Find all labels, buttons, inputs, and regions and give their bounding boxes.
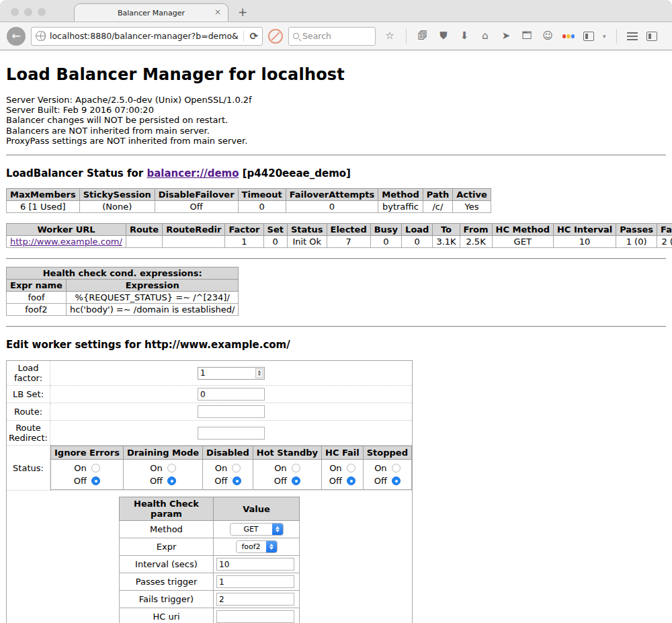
content-blocked-icon[interactable] [268,29,283,44]
hc-uri-label: HC uri [120,608,214,623]
col-from: From [460,224,492,236]
close-window-button[interactable] [11,8,19,16]
zoom-window-button[interactable] [38,8,46,16]
col-disabled: Disabled [203,446,253,460]
radio-hc-fail-off[interactable] [347,476,355,485]
radio-hot-standby-off[interactable] [292,476,300,485]
col-elected: Elected [327,224,370,236]
table-row: foof2 hc('body') =~ /domain is establish… [7,304,239,316]
cell-set: 0 [263,236,287,248]
addon-palette-icon[interactable] [562,34,575,38]
cell-to: 3.1K [433,236,460,248]
route-redirect-field[interactable] [198,427,264,439]
interval-field[interactable] [217,558,294,570]
server-built: Server Built: Feb 9 2016 07:00:20 [6,105,666,115]
col-busy: Busy [370,224,401,236]
downloads-icon[interactable]: ⬇ [458,31,470,41]
reading-list-icon[interactable]: 🗐 [417,31,429,41]
send-tab-icon[interactable]: ➤ [500,31,512,41]
radio-stopped-on[interactable] [392,464,401,472]
interval-label: Interval (secs) [120,556,214,573]
cell-elected: 7 [327,236,370,248]
overflow-caret-icon[interactable]: ▾ [603,33,606,40]
col-stickysession: StickySession [79,189,155,201]
route-field[interactable] [198,406,264,417]
load-factor-field[interactable] [198,368,255,379]
balancer-demo-link[interactable]: balancer://demo [146,167,239,179]
pocket-icon[interactable]: ⛊ [437,31,450,41]
col-factor: Factor [225,224,263,236]
radio-disabled-off[interactable] [233,476,241,485]
minimize-window-button[interactable] [24,8,32,16]
status-label: Status: [7,446,50,491]
toolbar-icons: ☆ 🗐 ⛊ ⬇ ⌂ ➤ 🗔 ☺ ▾ [384,29,657,44]
url-text[interactable]: localhost:8880/balancer-manager?b=demo&w… [50,31,238,41]
cell-busy: 0 [370,236,401,248]
radio-hc-fail-on[interactable] [347,464,355,472]
radio-draining-mode-on[interactable] [167,464,176,472]
cell-stickysession: (None) [79,201,155,213]
cell-fails: 2 (0) [657,236,672,248]
persist-note: Balancer changes will NOT be persisted o… [6,115,666,125]
ignore-errors-on-label: On [74,462,86,474]
method-select-value: GET [230,525,272,534]
radio-ignore-errors-on[interactable] [91,464,100,472]
cell-factor: 1 [225,236,263,248]
feedback-smiley-icon[interactable]: ☺ [542,31,554,41]
divider [6,326,666,327]
col-routeredir: RouteRedir [163,224,225,236]
search-placeholder[interactable]: Search [302,31,331,41]
fails-field[interactable] [217,593,294,605]
home-icon[interactable]: ⌂ [479,31,491,41]
radio-draining-mode-off[interactable] [167,476,176,485]
new-tab-button[interactable]: + [238,5,247,19]
worker-table: Worker URL Route RouteRedir Factor Set S… [6,223,672,248]
col-hc-fail: HC Fail [322,446,364,460]
load-factor-input[interactable]: ▲▼ [198,367,265,380]
search-bar[interactable]: Search [288,27,376,46]
url-bar[interactable]: localhost:8880/balancer-manager?b=demo&w… [31,27,263,46]
worker-url-link[interactable]: http://www.example.com/ [10,237,122,247]
col-expression: Expression [66,280,239,292]
route-redirect-label: Route Redirect: [7,421,50,446]
col-fails: Fails [657,224,672,236]
radio-ignore-errors-off[interactable] [91,476,100,485]
lb-set-field[interactable] [198,388,264,400]
tab-close-icon[interactable]: × [214,7,221,17]
extension-panel-icon[interactable] [583,32,594,41]
hot-standby-on-label: On [274,462,286,474]
bookmark-star-icon[interactable]: ☆ [384,31,396,41]
back-button[interactable]: ← [7,27,26,46]
passes-field[interactable] [217,576,294,587]
menu-icon[interactable] [627,32,638,40]
radio-disabled-on[interactable] [232,464,241,472]
site-identity-globe-icon[interactable] [36,31,46,41]
server-info: Server Version: Apache/2.5.0-dev (Unix) … [6,95,666,146]
expr-select[interactable]: foof2 [236,540,278,553]
cell-expr-name: foof [7,292,67,304]
table-row: 6 [1 Used] (None) Off 0 0 bytraffic /c/ … [7,201,491,213]
reload-icon[interactable]: ⟳ [249,30,258,42]
radio-stopped-off[interactable] [392,476,401,485]
edit-worker-heading: Edit worker settings for http://www.exam… [6,339,666,351]
radio-hot-standby-on[interactable] [292,464,300,472]
hc-uri-field[interactable] [217,611,294,622]
divider [6,258,666,259]
col-timeout: Timeout [238,189,286,201]
col-maxmembers: MaxMembers [7,189,80,201]
method-select[interactable]: GET [230,523,284,536]
tab-balancer-manager[interactable]: Balancer Manager × [74,3,228,22]
expr-table: Health check cond. expressions: Expr nam… [6,267,239,316]
lb-set-label: LB Set: [7,386,50,403]
col-hc-interval: HC Interval [553,224,616,236]
col-hc-param: Health Check param [120,497,214,521]
fails-label: Fails trigger) [120,591,214,608]
search-icon [293,33,299,39]
window-controls[interactable] [11,8,46,16]
number-stepper-icon[interactable]: ▲▼ [255,368,263,378]
reader-mode-icon[interactable]: 🗔 [521,31,533,41]
cell-from: 2.5K [460,236,492,248]
url-separator [243,31,244,42]
cell-maxmembers: 6 [1 Used] [7,201,80,213]
sidebar-icon[interactable] [646,32,657,41]
